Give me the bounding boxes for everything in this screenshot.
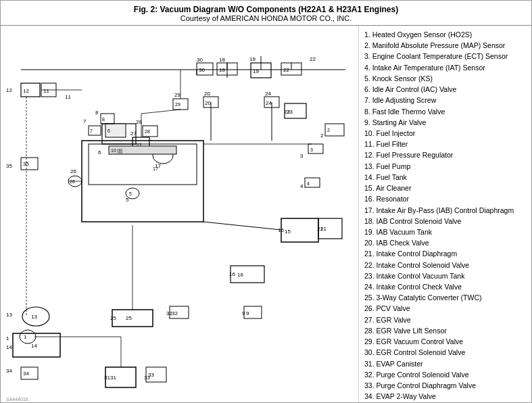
svg-text:2: 2	[320, 133, 324, 139]
svg-text:16: 16	[237, 272, 243, 278]
svg-text:12: 12	[6, 87, 12, 93]
svg-text:SA444016: SA444016	[6, 397, 28, 402]
svg-text:20: 20	[205, 100, 211, 106]
svg-text:11: 11	[65, 94, 71, 100]
legend-item-13: 13. Fuel Pump	[364, 162, 526, 172]
legend-item-32: 32. Purge Control Solenoid Valve	[364, 370, 526, 380]
svg-text:29: 29	[174, 92, 180, 98]
svg-text:11: 11	[43, 88, 49, 94]
legend-item-11: 11. Fuel Filter	[364, 139, 526, 149]
legend-item-19: 19. IAB Vacuum Tank	[364, 227, 526, 237]
legend-item-9: 9. Starting Air Valve	[364, 118, 526, 128]
legend-item-12: 12. Fuel Pressure Regulator	[364, 150, 526, 160]
legend-item-2: 2. Manifold Absolute Pressure (MAP) Sens…	[364, 41, 526, 51]
svg-text:18: 18	[219, 57, 225, 63]
header-title: Fig. 2: Vacuum Diagram W/O Components (H…	[3, 5, 529, 14]
svg-text:31: 31	[104, 375, 110, 381]
legend-item-23: 23. Intake Control Vacuum Tank	[364, 271, 526, 281]
svg-text:10 ||||: 10 ||||	[111, 148, 122, 153]
svg-text:24: 24	[266, 100, 272, 106]
content-area: 15 16 19 23 18 22 20	[1, 26, 531, 402]
legend-item-26: 26. PCV Valve	[364, 304, 526, 314]
svg-text:17: 17	[155, 163, 161, 169]
legend-item-33: 33. Purge Control Diaphragm Valve	[364, 381, 526, 391]
svg-text:23: 23	[284, 109, 290, 115]
svg-text:28: 28	[145, 129, 150, 134]
svg-text:13: 13	[6, 312, 12, 318]
svg-text:4: 4	[307, 181, 310, 186]
legend-item-3: 3. Engine Coolant Temperature (ECT) Sens…	[364, 51, 526, 62]
svg-text:26: 26	[70, 168, 76, 174]
svg-text:8: 8	[95, 110, 99, 116]
svg-text:5: 5	[126, 197, 129, 203]
legend-item-17: 17. Intake Air By-Pass (IAB) Control Dia…	[364, 206, 526, 216]
svg-text:35: 35	[6, 163, 12, 169]
legend-item-30: 30. EGR Control Solenoid Valve	[364, 348, 526, 358]
legend-item-24: 24. Intake Control Check Valve	[364, 282, 526, 292]
svg-text:7: 7	[90, 128, 93, 133]
legend-item-31: 31. EVAP Canister	[364, 359, 526, 369]
svg-text:3: 3	[310, 147, 313, 152]
legend-item-25: 25. 3-Way Catalytic Converter (TWC)	[364, 293, 526, 303]
legend-item-34: 34. EVAP 2-Way Valve	[364, 392, 526, 402]
svg-text:14: 14	[6, 344, 12, 350]
legend-item-1: 1. Heated Oxygen Sensor (HO2S)	[364, 30, 526, 40]
legend-item-18: 18. IAB Control Solenoid Valve	[364, 216, 526, 227]
svg-text:28: 28	[136, 119, 142, 125]
svg-text:25: 25	[110, 315, 116, 321]
header-subtitle: Courtesy of AMERICAN HONDA MOTOR CO., IN…	[3, 14, 529, 22]
legend-item-21: 21. Intake Control Diaphragm	[364, 249, 526, 259]
svg-text:27: 27	[130, 131, 137, 137]
svg-text:33: 33	[144, 375, 150, 381]
svg-text:29: 29	[175, 102, 180, 107]
svg-text:21: 21	[317, 226, 323, 232]
legend-item-20: 20. IAB Check Valve	[364, 238, 526, 248]
legend-item-5: 5. Knock Sensor (KS)	[364, 74, 526, 84]
svg-text:20: 20	[204, 91, 210, 97]
page-container: Fig. 2: Vacuum Diagram W/O Components (H…	[0, 0, 532, 403]
svg-text:6: 6	[107, 128, 110, 133]
svg-text:15: 15	[285, 229, 291, 235]
svg-text:16: 16	[229, 271, 235, 277]
legend-item-14: 14. Fuel Tank	[364, 172, 526, 183]
svg-text:1: 1	[24, 334, 27, 340]
svg-text:15: 15	[278, 227, 284, 233]
svg-text:19: 19	[249, 56, 256, 62]
svg-text:6: 6	[98, 149, 101, 156]
vacuum-diagram: 15 16 19 23 18 22 20	[1, 26, 359, 402]
legend-item-29: 29. EGR Vacuum Control Valve	[364, 337, 526, 347]
legend-item-4: 4. Intake Air Temperature (IAT) Sensor	[364, 63, 526, 73]
header: Fig. 2: Vacuum Diagram W/O Components (H…	[1, 1, 531, 26]
legend-item-28: 28. EGR Valve Lift Sensor	[364, 326, 526, 336]
svg-text:14: 14	[31, 343, 37, 349]
svg-text:26: 26	[70, 179, 75, 184]
svg-text:22: 22	[310, 56, 316, 62]
svg-text:25: 25	[126, 315, 132, 321]
svg-text:8: 8	[102, 117, 105, 122]
svg-text:9: 9	[246, 310, 249, 316]
legend-area: 1. Heated Oxygen Sensor (HO2S)2. Manifol…	[359, 26, 531, 402]
legend-item-15: 15. Air Cleaner	[364, 183, 526, 193]
svg-text:4: 4	[300, 183, 304, 189]
svg-text:5: 5	[129, 191, 132, 196]
svg-text:32: 32	[172, 310, 178, 316]
svg-text:34: 34	[6, 368, 12, 374]
legend-item-27: 27. EGR Valve	[364, 315, 526, 325]
legend-item-6: 6. Idle Air Control (IAC) Valve	[364, 85, 526, 95]
svg-text:3: 3	[300, 153, 304, 159]
legend-item-16: 16. Resonator	[364, 194, 526, 204]
legend-item-8: 8. Fast Idle Thermo Valve	[364, 107, 526, 117]
svg-text:19: 19	[253, 68, 259, 74]
svg-text:9: 9	[242, 310, 245, 316]
svg-text:24: 24	[265, 91, 271, 97]
diagram-area: 15 16 19 23 18 22 20	[1, 26, 359, 402]
svg-text:2: 2	[327, 128, 330, 133]
svg-text:31: 31	[110, 375, 116, 381]
svg-rect-0	[1, 26, 359, 402]
svg-text:7: 7	[83, 118, 87, 124]
svg-text:12: 12	[23, 88, 29, 94]
svg-text:32: 32	[166, 310, 172, 316]
svg-text:30: 30	[197, 57, 203, 63]
svg-text:13: 13	[31, 314, 37, 320]
legend-item-22: 22. Intake Control Solenoid Valve	[364, 260, 526, 270]
